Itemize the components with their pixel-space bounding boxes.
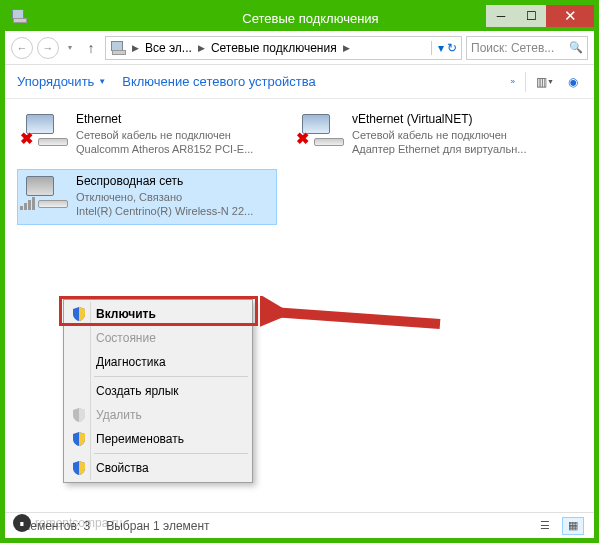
- menu-status: Состояние: [66, 326, 250, 350]
- back-button[interactable]: ←: [11, 37, 33, 59]
- menu-rename-label: Переименовать: [96, 432, 184, 446]
- search-icon: 🔍: [569, 41, 583, 54]
- shield-icon: [71, 306, 87, 322]
- svg-line-0: [272, 312, 440, 324]
- address-dropdown-icon[interactable]: ▾ ↻: [431, 41, 457, 55]
- content-area: ✖ Ethernet Сетевой кабель не подключен Q…: [5, 99, 594, 512]
- view-icons-dropdown[interactable]: ▥▼: [536, 73, 554, 91]
- forward-button[interactable]: →: [37, 37, 59, 59]
- titlebar: Сетевые подключения ─ ☐ ✕: [5, 5, 594, 31]
- adapter-icon: [22, 174, 68, 220]
- view-details-button[interactable]: ☰: [534, 517, 556, 535]
- menu-create-shortcut[interactable]: Создать ярлык: [66, 379, 250, 403]
- menu-diagnose-label: Диагностика: [96, 355, 166, 369]
- context-menu: Включить Состояние Диагностика Создать я…: [63, 299, 253, 483]
- wifi-bars-icon: [20, 197, 35, 210]
- adapter-status: Сетевой кабель не подключен: [352, 128, 526, 142]
- chevron-icon: ▶: [132, 43, 139, 53]
- adapter-device: Intel(R) Centrino(R) Wireless-N 22...: [76, 204, 253, 218]
- enable-device-button[interactable]: Включение сетевого устройства: [122, 74, 315, 89]
- menu-delete: Удалить: [66, 403, 250, 427]
- menu-enable-label: Включить: [96, 307, 156, 321]
- close-button[interactable]: ✕: [546, 5, 594, 27]
- error-cross-icon: ✖: [20, 129, 33, 150]
- menu-separator: [94, 453, 248, 454]
- adapter-status: Отключено, Связано: [76, 190, 253, 204]
- watermark-logo-icon: ∎: [13, 514, 31, 532]
- adapter-name: vEthernet (VirtualNET): [352, 112, 526, 128]
- breadcrumb-segment[interactable]: Все эл...: [145, 41, 192, 55]
- adapter-device: Адаптер Ethernet для виртуальн...: [352, 142, 526, 156]
- menu-properties-label: Свойства: [96, 461, 149, 475]
- shield-icon: [71, 460, 87, 476]
- shield-icon: [71, 407, 87, 423]
- watermark: ∎ remontcompa.ru: [13, 514, 122, 532]
- menu-status-label: Состояние: [96, 331, 156, 345]
- adapter-icon: ✖: [298, 112, 344, 158]
- address-icon: [110, 41, 126, 55]
- chevron-icon: ▶: [343, 43, 350, 53]
- separator: [525, 72, 526, 92]
- window-frame: Сетевые подключения ─ ☐ ✕ ← → ▾ ↑ ▶ Все …: [0, 0, 599, 543]
- shield-icon: [71, 431, 87, 447]
- adapter-icon: ✖: [22, 112, 68, 158]
- breadcrumb-segment[interactable]: Сетевые подключения: [211, 41, 337, 55]
- error-cross-icon: ✖: [296, 129, 309, 150]
- address-bar[interactable]: ▶ Все эл... ▶ Сетевые подключения ▶ ▾ ↻: [105, 36, 462, 60]
- menu-properties[interactable]: Свойства: [66, 456, 250, 480]
- search-placeholder: Поиск: Сетев...: [471, 41, 554, 55]
- menu-delete-label: Удалить: [96, 408, 142, 422]
- titlebar-icon: [11, 9, 27, 27]
- watermark-text: remontcompa.ru: [35, 516, 122, 530]
- chevron-icon: ▶: [198, 43, 205, 53]
- adapter-item-vethernet[interactable]: ✖ vEthernet (VirtualNET) Сетевой кабель …: [293, 107, 553, 163]
- organize-menu[interactable]: Упорядочить ▼: [17, 74, 106, 89]
- menu-separator: [94, 376, 248, 377]
- chevron-down-icon: ▼: [98, 77, 106, 86]
- menu-diagnose[interactable]: Диагностика: [66, 350, 250, 374]
- help-button[interactable]: ◉: [564, 73, 582, 91]
- menu-create-shortcut-label: Создать ярлык: [96, 384, 179, 398]
- adapter-name: Беспроводная сеть: [76, 174, 253, 190]
- enable-device-label: Включение сетевого устройства: [122, 74, 315, 89]
- organize-label: Упорядочить: [17, 74, 94, 89]
- navigation-bar: ← → ▾ ↑ ▶ Все эл... ▶ Сетевые подключени…: [5, 31, 594, 65]
- up-button[interactable]: ↑: [81, 38, 101, 58]
- adapter-item-ethernet[interactable]: ✖ Ethernet Сетевой кабель не подключен Q…: [17, 107, 277, 163]
- adapter-item-wireless[interactable]: Беспроводная сеть Отключено, Связано Int…: [17, 169, 277, 225]
- menu-rename[interactable]: Переименовать: [66, 427, 250, 451]
- adapter-device: Qualcomm Atheros AR8152 PCI-E...: [76, 142, 253, 156]
- command-bar: Упорядочить ▼ Включение сетевого устройс…: [5, 65, 594, 99]
- window-controls: ─ ☐ ✕: [486, 5, 594, 27]
- history-dropdown[interactable]: ▾: [63, 37, 77, 59]
- annotation-arrow: [260, 296, 450, 336]
- view-icons-button[interactable]: ▦: [562, 517, 584, 535]
- menu-enable[interactable]: Включить: [66, 302, 250, 326]
- right-menu[interactable]: »: [511, 77, 515, 86]
- search-box[interactable]: Поиск: Сетев... 🔍: [466, 36, 588, 60]
- minimize-button[interactable]: ─: [486, 5, 516, 27]
- adapter-status: Сетевой кабель не подключен: [76, 128, 253, 142]
- maximize-button[interactable]: ☐: [516, 5, 546, 27]
- adapter-name: Ethernet: [76, 112, 253, 128]
